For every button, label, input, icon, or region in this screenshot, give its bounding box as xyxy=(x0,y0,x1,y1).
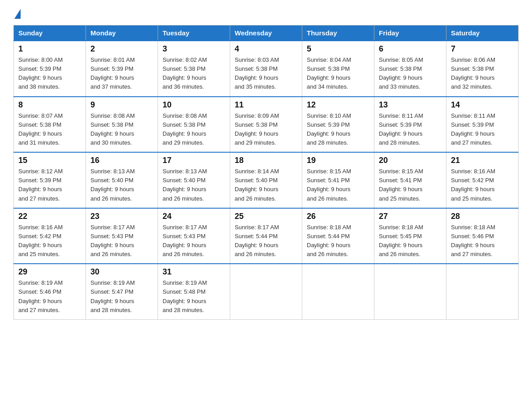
calendar-header-monday: Monday xyxy=(86,26,158,41)
day-info: Sunrise: 8:11 AMSunset: 5:39 PMDaylight:… xyxy=(451,112,495,146)
day-number: 17 xyxy=(163,156,225,165)
day-number: 13 xyxy=(379,100,442,110)
calendar-table: SundayMondayTuesdayWednesdayThursdayFrid… xyxy=(13,25,519,320)
logo xyxy=(13,9,21,20)
day-info: Sunrise: 8:10 AMSunset: 5:39 PMDaylight:… xyxy=(307,112,351,146)
calendar-week-row: 1 Sunrise: 8:00 AMSunset: 5:39 PMDayligh… xyxy=(14,41,519,97)
calendar-week-row: 8 Sunrise: 8:07 AMSunset: 5:38 PMDayligh… xyxy=(14,97,519,153)
day-info: Sunrise: 8:18 AMSunset: 5:46 PMDaylight:… xyxy=(451,224,495,257)
day-info: Sunrise: 8:16 AMSunset: 5:42 PMDaylight:… xyxy=(451,168,495,201)
calendar-cell: 15 Sunrise: 8:12 AMSunset: 5:39 PMDaylig… xyxy=(14,152,86,208)
calendar-cell: 19 Sunrise: 8:15 AMSunset: 5:41 PMDaylig… xyxy=(302,152,374,208)
calendar-cell: 12 Sunrise: 8:10 AMSunset: 5:39 PMDaylig… xyxy=(302,97,374,153)
calendar-cell: 16 Sunrise: 8:13 AMSunset: 5:40 PMDaylig… xyxy=(86,152,158,208)
calendar-week-row: 22 Sunrise: 8:16 AMSunset: 5:42 PMDaylig… xyxy=(14,208,519,264)
day-number: 10 xyxy=(163,100,225,110)
calendar-cell: 31 Sunrise: 8:19 AMSunset: 5:48 PMDaylig… xyxy=(158,264,230,319)
calendar-cell: 30 Sunrise: 8:19 AMSunset: 5:47 PMDaylig… xyxy=(86,264,158,319)
day-info: Sunrise: 8:13 AMSunset: 5:40 PMDaylight:… xyxy=(163,168,207,201)
calendar-cell xyxy=(302,264,374,319)
day-number: 24 xyxy=(163,212,225,221)
day-info: Sunrise: 8:06 AMSunset: 5:38 PMDaylight:… xyxy=(451,56,495,90)
day-info: Sunrise: 8:14 AMSunset: 5:40 PMDaylight:… xyxy=(235,168,279,201)
day-number: 9 xyxy=(90,100,153,110)
day-number: 3 xyxy=(163,44,225,54)
day-number: 31 xyxy=(163,267,225,277)
day-info: Sunrise: 8:15 AMSunset: 5:41 PMDaylight:… xyxy=(379,168,423,201)
day-number: 21 xyxy=(451,156,514,165)
calendar-cell: 14 Sunrise: 8:11 AMSunset: 5:39 PMDaylig… xyxy=(446,97,519,153)
day-info: Sunrise: 8:12 AMSunset: 5:39 PMDaylight:… xyxy=(18,168,63,201)
calendar-week-row: 29 Sunrise: 8:19 AMSunset: 5:46 PMDaylig… xyxy=(14,264,519,319)
calendar-cell: 28 Sunrise: 8:18 AMSunset: 5:46 PMDaylig… xyxy=(446,208,519,264)
day-number: 23 xyxy=(90,212,153,221)
day-info: Sunrise: 8:18 AMSunset: 5:45 PMDaylight:… xyxy=(379,224,423,257)
day-number: 5 xyxy=(307,44,369,54)
day-info: Sunrise: 8:11 AMSunset: 5:39 PMDaylight:… xyxy=(379,112,423,146)
day-number: 25 xyxy=(235,212,297,221)
calendar-cell: 23 Sunrise: 8:17 AMSunset: 5:43 PMDaylig… xyxy=(86,208,158,264)
calendar-cell xyxy=(374,264,446,319)
day-number: 4 xyxy=(235,44,297,54)
calendar-header-tuesday: Tuesday xyxy=(158,26,230,41)
calendar-cell: 21 Sunrise: 8:16 AMSunset: 5:42 PMDaylig… xyxy=(446,152,519,208)
calendar-cell: 3 Sunrise: 8:02 AMSunset: 5:38 PMDayligh… xyxy=(158,41,230,97)
day-info: Sunrise: 8:08 AMSunset: 5:38 PMDaylight:… xyxy=(90,112,135,146)
calendar-cell: 5 Sunrise: 8:04 AMSunset: 5:38 PMDayligh… xyxy=(302,41,374,97)
day-number: 11 xyxy=(235,100,297,110)
day-number: 14 xyxy=(451,100,514,110)
calendar-cell: 8 Sunrise: 8:07 AMSunset: 5:38 PMDayligh… xyxy=(14,97,86,153)
day-info: Sunrise: 8:19 AMSunset: 5:48 PMDaylight:… xyxy=(163,279,207,313)
calendar-week-row: 15 Sunrise: 8:12 AMSunset: 5:39 PMDaylig… xyxy=(14,152,519,208)
day-number: 30 xyxy=(90,267,153,277)
calendar-cell: 20 Sunrise: 8:15 AMSunset: 5:41 PMDaylig… xyxy=(374,152,446,208)
day-info: Sunrise: 8:00 AMSunset: 5:39 PMDaylight:… xyxy=(18,56,63,90)
calendar-header-row: SundayMondayTuesdayWednesdayThursdayFrid… xyxy=(14,26,519,41)
calendar-cell: 2 Sunrise: 8:01 AMSunset: 5:39 PMDayligh… xyxy=(86,41,158,97)
day-number: 7 xyxy=(451,44,514,54)
calendar-cell: 4 Sunrise: 8:03 AMSunset: 5:38 PMDayligh… xyxy=(230,41,302,97)
calendar-cell: 13 Sunrise: 8:11 AMSunset: 5:39 PMDaylig… xyxy=(374,97,446,153)
calendar-cell: 24 Sunrise: 8:17 AMSunset: 5:43 PMDaylig… xyxy=(158,208,230,264)
day-info: Sunrise: 8:05 AMSunset: 5:38 PMDaylight:… xyxy=(379,56,423,90)
calendar-header-friday: Friday xyxy=(374,26,446,41)
day-number: 1 xyxy=(18,44,81,54)
calendar-cell: 9 Sunrise: 8:08 AMSunset: 5:38 PMDayligh… xyxy=(86,97,158,153)
calendar-cell: 26 Sunrise: 8:18 AMSunset: 5:44 PMDaylig… xyxy=(302,208,374,264)
calendar-cell: 18 Sunrise: 8:14 AMSunset: 5:40 PMDaylig… xyxy=(230,152,302,208)
day-info: Sunrise: 8:19 AMSunset: 5:46 PMDaylight:… xyxy=(18,279,63,313)
calendar-header-thursday: Thursday xyxy=(302,26,374,41)
day-number: 19 xyxy=(307,156,369,165)
day-info: Sunrise: 8:09 AMSunset: 5:38 PMDaylight:… xyxy=(235,112,279,146)
day-info: Sunrise: 8:17 AMSunset: 5:44 PMDaylight:… xyxy=(235,224,279,257)
calendar-cell: 10 Sunrise: 8:08 AMSunset: 5:38 PMDaylig… xyxy=(158,97,230,153)
day-info: Sunrise: 8:13 AMSunset: 5:40 PMDaylight:… xyxy=(90,168,135,201)
day-info: Sunrise: 8:03 AMSunset: 5:38 PMDaylight:… xyxy=(235,56,279,90)
day-info: Sunrise: 8:17 AMSunset: 5:43 PMDaylight:… xyxy=(90,224,135,257)
page-header xyxy=(13,9,519,18)
day-number: 15 xyxy=(18,156,81,165)
calendar-cell xyxy=(230,264,302,319)
day-number: 2 xyxy=(90,44,153,54)
calendar-header-sunday: Sunday xyxy=(14,26,86,41)
day-info: Sunrise: 8:08 AMSunset: 5:38 PMDaylight:… xyxy=(163,112,207,146)
day-number: 20 xyxy=(379,156,442,165)
calendar-cell: 1 Sunrise: 8:00 AMSunset: 5:39 PMDayligh… xyxy=(14,41,86,97)
logo-triangle-icon xyxy=(14,9,21,19)
day-number: 12 xyxy=(307,100,369,110)
day-info: Sunrise: 8:07 AMSunset: 5:38 PMDaylight:… xyxy=(18,112,63,146)
day-info: Sunrise: 8:01 AMSunset: 5:39 PMDaylight:… xyxy=(90,56,135,90)
day-number: 8 xyxy=(18,100,81,110)
calendar-cell xyxy=(446,264,519,319)
day-number: 16 xyxy=(90,156,153,165)
calendar-cell: 7 Sunrise: 8:06 AMSunset: 5:38 PMDayligh… xyxy=(446,41,519,97)
day-number: 6 xyxy=(379,44,442,54)
day-number: 29 xyxy=(18,267,81,277)
day-number: 18 xyxy=(235,156,297,165)
day-info: Sunrise: 8:16 AMSunset: 5:42 PMDaylight:… xyxy=(18,224,63,257)
day-number: 22 xyxy=(18,212,81,221)
day-info: Sunrise: 8:19 AMSunset: 5:47 PMDaylight:… xyxy=(90,279,135,313)
day-info: Sunrise: 8:15 AMSunset: 5:41 PMDaylight:… xyxy=(307,168,351,201)
calendar-cell: 29 Sunrise: 8:19 AMSunset: 5:46 PMDaylig… xyxy=(14,264,86,319)
day-number: 27 xyxy=(379,212,442,221)
